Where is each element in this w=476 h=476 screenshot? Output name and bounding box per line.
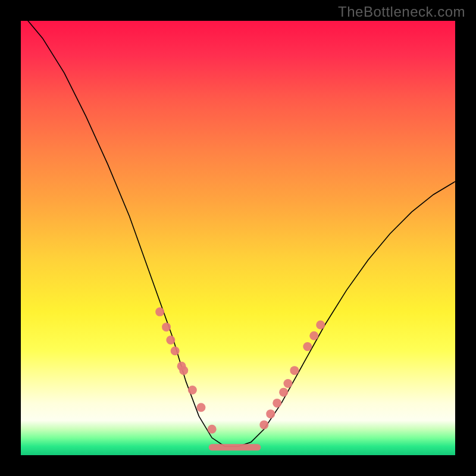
bottleneck-curve bbox=[21, 12, 455, 446]
chart-frame: TheBottleneck.com bbox=[0, 0, 476, 476]
marker-dot bbox=[208, 425, 217, 434]
marker-dot bbox=[290, 366, 299, 375]
marker-dot bbox=[196, 403, 205, 412]
marker-dot bbox=[283, 379, 292, 388]
marker-dot bbox=[162, 322, 171, 331]
marker-dot bbox=[279, 388, 288, 397]
marker-dot bbox=[179, 366, 188, 375]
marker-dot bbox=[266, 409, 275, 418]
marker-dot bbox=[303, 342, 312, 351]
marker-dot bbox=[188, 386, 197, 394]
marker-dot bbox=[309, 331, 318, 340]
marker-dot bbox=[273, 399, 281, 408]
plot-area bbox=[21, 21, 455, 455]
marker-dot bbox=[171, 346, 180, 355]
marker-dot bbox=[259, 420, 268, 429]
marker-dot bbox=[155, 308, 164, 317]
marker-dot bbox=[166, 336, 175, 345]
watermark-text: TheBottleneck.com bbox=[338, 4, 465, 20]
chart-svg bbox=[21, 21, 455, 455]
marker-dot bbox=[316, 321, 325, 330]
